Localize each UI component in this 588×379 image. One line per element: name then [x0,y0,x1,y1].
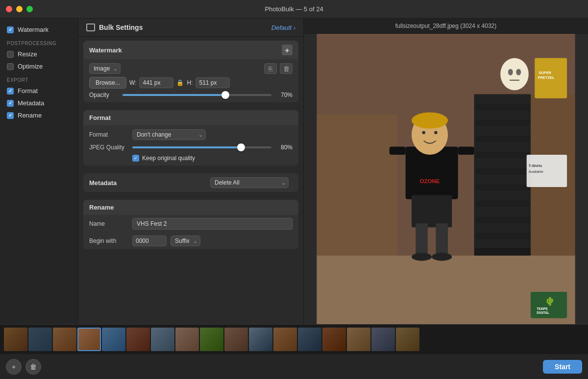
svg-rect-14 [475,167,531,175]
rename-section-header: Rename [83,200,298,215]
format-section-title: Format [89,114,111,121]
rename-name-row: Name [83,215,298,233]
delete-watermark-button[interactable]: 🗑 [280,63,293,74]
svg-rect-17 [475,192,531,199]
metadata-select[interactable]: Delete All Keep All Custom [210,177,289,188]
format-select[interactable]: Don't change JPEG PNG TIFF [132,129,206,140]
svg-rect-9 [475,127,531,135]
jpeg-quality-slider[interactable] [132,146,271,148]
middle-panel: Bulk Settings Default › Watermark + Imag… [78,19,304,324]
svg-rect-19 [475,208,531,215]
format-checkbox[interactable] [7,88,14,95]
filmstrip-item[interactable] [298,328,321,351]
width-input[interactable] [139,77,173,88]
sidebar-item-resize[interactable]: Resize [0,48,78,60]
svg-point-36 [432,253,452,261]
svg-point-30 [422,131,425,134]
rename-begin-row: Begin with Suffix Prefix [83,233,298,249]
svg-text:OZONE: OZONE [419,178,440,184]
preview-panel: fullsizeoutput_28dff.jpeg (3024 x 4032) [304,19,588,324]
traffic-lights[interactable] [6,6,33,12]
jpeg-quality-value: 80% [275,144,293,151]
svg-rect-15 [475,176,531,183]
filmstrip-item[interactable] [200,328,223,351]
opacity-label: Opacity [89,92,119,98]
bulk-header-title-group: Bulk Settings [86,24,143,31]
bulk-settings-header: Bulk Settings Default › [78,19,303,37]
filmstrip-item[interactable] [4,328,27,351]
svg-rect-16 [475,184,531,191]
copy-watermark-button[interactable]: ⎘ [264,63,277,74]
sidebar-item-metadata[interactable]: Metadata [0,97,78,109]
optimize-checkbox[interactable] [7,63,14,70]
watermark-type-select[interactable]: Image Text [89,63,121,74]
format-field-label: Format [89,131,128,138]
svg-point-37 [500,58,529,90]
image-placeholder: OZONE SUPER PRETZEL [304,34,588,324]
maximize-button[interactable] [26,6,33,12]
filmstrip-item[interactable] [77,328,101,351]
rename-section: Rename Name Begin with Suffix Prefix [83,200,298,249]
format-select-wrapper: Don't change JPEG PNG TIFF [132,129,206,140]
sidebar-item-rename[interactable]: Rename [0,109,78,121]
svg-rect-12 [475,151,531,159]
close-button[interactable] [6,6,12,12]
metadata-checkbox[interactable] [7,100,14,107]
svg-text:SUPER: SUPER [539,71,551,75]
width-label: W: [129,79,136,86]
add-image-button[interactable]: + [6,359,22,375]
opacity-slider[interactable] [122,94,271,96]
svg-rect-6 [475,103,531,111]
titlebar: PhotoBulk — 5 of 24 [0,0,588,19]
rename-name-input[interactable] [132,218,293,230]
preview-image-area: OZONE SUPER PRETZEL [304,34,588,324]
rename-begin-input[interactable] [132,236,167,246]
filmstrip-item[interactable] [53,328,76,351]
filmstrip-item[interactable] [151,328,174,351]
keep-quality-checkbox[interactable] [132,155,139,162]
height-input[interactable] [196,77,230,88]
svg-rect-18 [475,200,531,207]
sidebar-item-format[interactable]: Format [0,85,78,97]
watermark-type-row: Image Text ⎘ 🗑 [89,63,293,74]
filmstrip-item[interactable] [224,328,248,351]
rename-name-label: Name [89,220,128,227]
suffix-select[interactable]: Suffix Prefix [171,236,200,246]
browse-button[interactable]: Browse... [89,77,126,89]
minimize-button[interactable] [16,6,23,12]
format-row: Format Don't change JPEG PNG TIFF [89,129,293,140]
filmstrip-item[interactable] [175,328,199,351]
filmstrip-item[interactable] [102,328,125,351]
filmstrip-item[interactable] [28,328,52,351]
filmstrip-item[interactable] [396,328,419,351]
filmstrip-item[interactable] [249,328,272,351]
filmstrip-item[interactable] [273,328,297,351]
filmstrip-item[interactable] [371,328,395,351]
filmstrip-item[interactable] [347,328,370,351]
sidebar-item-watermark[interactable]: Watermark [0,24,78,36]
export-section-label: EXPORT [0,72,78,85]
svg-rect-20 [475,216,531,223]
add-watermark-button[interactable]: + [282,45,293,55]
rename-section-title: Rename [89,204,114,211]
bulk-settings-title: Bulk Settings [99,24,143,31]
filmstrip-item[interactable] [126,328,150,351]
remove-image-button[interactable]: 🗑 [25,359,41,375]
svg-rect-11 [475,143,531,151]
metadata-section-title: Metadata [89,179,117,187]
default-link[interactable]: Default › [271,24,295,31]
sidebar-item-optimize[interactable]: Optimize [0,60,78,72]
svg-rect-2 [317,115,397,256]
resize-checkbox[interactable] [7,51,14,58]
jpeg-quality-row: JPEG Quality 80% [89,144,293,151]
start-button[interactable]: Start [543,360,582,374]
suffix-select-wrapper: Suffix Prefix [171,236,200,246]
svg-rect-23 [475,240,531,248]
metadata-sidebar-label: Metadata [18,99,44,107]
rename-checkbox[interactable] [7,112,14,119]
svg-rect-5 [475,95,531,102]
svg-point-29 [412,113,448,129]
svg-rect-27 [436,223,448,256]
filmstrip-item[interactable] [322,328,346,351]
watermark-checkbox[interactable] [7,26,14,33]
